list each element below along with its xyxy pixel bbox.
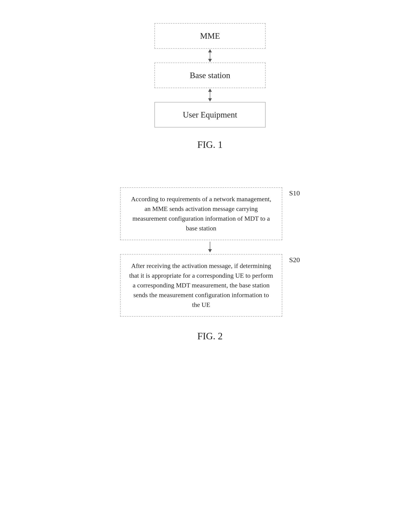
arrow-down-icon2 <box>208 98 212 101</box>
base-station-label: Base station <box>190 70 230 80</box>
arrow-shaft2 <box>210 92 210 98</box>
step-s10-row: According to requirements of a network m… <box>120 187 300 240</box>
user-equipment-box: User Equipment <box>154 102 266 127</box>
page: MME Base station User Equipment FIG. 1 A… <box>0 0 420 519</box>
step-s20-box: After receiving the activation message, … <box>120 254 282 317</box>
step-s20-label: S20 <box>289 254 300 264</box>
step-s20-text: After receiving the activation message, … <box>129 262 273 308</box>
step-s10-label: S10 <box>289 187 300 197</box>
mme-box: MME <box>154 23 266 49</box>
arrow-mme-bs <box>208 49 212 62</box>
arrow-up-icon <box>208 49 212 52</box>
arrow-down-icon3 <box>208 249 212 252</box>
arrow-up-icon2 <box>208 89 212 92</box>
step-s10-box: According to requirements of a network m… <box>120 187 282 240</box>
fig1-diagram: MME Base station User Equipment FIG. 1 <box>154 23 266 150</box>
arrow-down-icon <box>208 59 212 62</box>
fig2-diagram: According to requirements of a network m… <box>120 187 300 342</box>
arrow-shaft <box>210 52 210 59</box>
arrow-s10-s20 <box>208 240 212 254</box>
arrow-shaft3 <box>210 242 210 249</box>
mme-label: MME <box>200 31 220 41</box>
step-s10-text: According to requirements of a network m… <box>131 195 271 232</box>
fig1-caption: FIG. 1 <box>197 139 223 150</box>
arrow-bs-ue <box>208 88 212 102</box>
user-equipment-label: User Equipment <box>183 110 237 120</box>
step-s20-row: After receiving the activation message, … <box>120 254 300 317</box>
fig2-caption: FIG. 2 <box>197 331 223 342</box>
base-station-box: Base station <box>154 62 266 88</box>
